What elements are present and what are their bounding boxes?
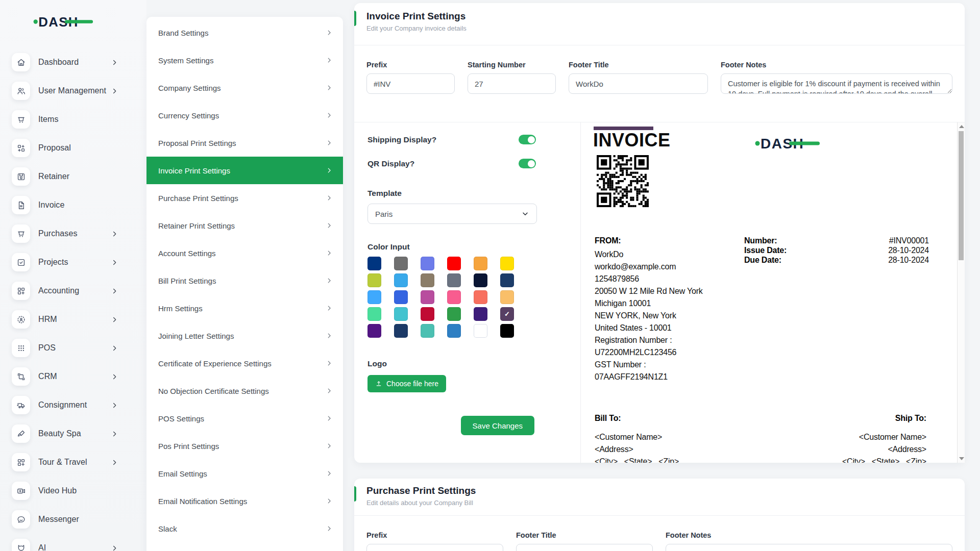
settings-menu-item-company-settings[interactable]: Company Settings (146, 74, 343, 102)
sidebar-item-beauty-spa[interactable]: Beauty Spa (0, 419, 146, 448)
settings-menu-item-retainer-print-settings[interactable]: Retainer Print Settings (146, 212, 343, 239)
footer-title-label: Footer Title (569, 61, 708, 69)
color-swatch[interactable] (447, 307, 461, 321)
color-swatch[interactable] (394, 324, 408, 338)
sidebar-item-invoice[interactable]: Invoice (0, 191, 146, 219)
settings-menu-item-email-notification-settings[interactable]: Email Notification Settings (146, 487, 343, 515)
color-swatch[interactable] (421, 307, 434, 321)
settings-menu-item-joining-letter-settings[interactable]: Joining Letter Settings (146, 322, 343, 349)
settings-menu-item-certificate-of-experience-settings[interactable]: Certificate of Experience Settings (146, 349, 343, 377)
page-subtitle: Edit your Company invoice details (366, 24, 952, 32)
preview-scrollbar[interactable] (957, 122, 965, 463)
chevron-right-icon (326, 387, 333, 394)
color-swatch[interactable] (421, 273, 434, 287)
color-swatch[interactable] (474, 307, 487, 321)
color-swatch[interactable] (368, 290, 381, 304)
settings-menu-item-slack[interactable]: Slack (146, 515, 343, 542)
prefix-input[interactable] (366, 544, 503, 551)
sidebar-item-proposal[interactable]: Proposal (0, 134, 146, 162)
color-swatch-selected[interactable]: ✓ (500, 307, 514, 321)
color-swatch[interactable] (421, 257, 434, 270)
settings-menu-item-pos-print-settings[interactable]: Pos Print Settings (146, 432, 343, 460)
chevron-right-icon (111, 287, 118, 295)
settings-menu-item-currency-settings[interactable]: Currency Settings (146, 102, 343, 129)
color-swatch[interactable] (394, 257, 408, 270)
color-swatch[interactable] (447, 290, 461, 304)
sidebar-item-label: Messenger (38, 515, 79, 524)
color-swatch[interactable] (500, 273, 514, 287)
footer-title-input[interactable] (569, 73, 708, 94)
color-swatch[interactable] (368, 324, 381, 338)
footer-notes-input[interactable] (666, 544, 952, 551)
color-swatch[interactable] (447, 257, 461, 270)
scroll-down-arrow-icon[interactable] (959, 457, 964, 460)
chevron-right-icon (326, 194, 333, 202)
settings-menu-item-hrm-settings[interactable]: Hrm Settings (146, 294, 343, 322)
chevron-right-icon (326, 470, 333, 477)
shipping-display-toggle[interactable] (519, 135, 536, 144)
sidebar-item-tour-travel[interactable]: Tour & Travel (0, 448, 146, 477)
footer-title-input[interactable] (516, 544, 653, 551)
color-swatch[interactable] (394, 307, 408, 321)
color-swatch[interactable] (394, 273, 408, 287)
color-swatch[interactable] (500, 290, 514, 304)
sidebar-item-dashboard[interactable]: Dashboard (0, 48, 146, 77)
color-swatch[interactable] (368, 273, 381, 287)
sidebar-item-consignment[interactable]: Consignment (0, 391, 146, 419)
color-swatch[interactable] (474, 273, 487, 287)
settings-menu-item-brand-settings[interactable]: Brand Settings (146, 19, 343, 46)
color-swatch[interactable] (447, 324, 461, 338)
settings-menu-item-email-settings[interactable]: Email Settings (146, 460, 343, 487)
template-select[interactable]: Paris (368, 204, 537, 224)
sidebar-item-pos[interactable]: POS (0, 334, 146, 362)
chevron-right-icon (111, 230, 118, 238)
sidebar-item-projects[interactable]: Projects (0, 248, 146, 277)
meta-value: 28-10-2024 (888, 245, 929, 255)
color-swatch[interactable] (447, 273, 461, 287)
color-swatch[interactable] (421, 324, 434, 338)
sidebar-item-retainer[interactable]: Retainer (0, 162, 146, 191)
qr-display-toggle[interactable] (519, 159, 536, 168)
settings-menu-item-account-settings[interactable]: Account Settings (146, 239, 343, 267)
settings-menu-item-invoice-print-settings[interactable]: Invoice Print Settings (146, 157, 343, 184)
color-swatch[interactable] (474, 257, 487, 270)
color-swatch[interactable] (421, 290, 434, 304)
icon-card (12, 139, 30, 157)
save-changes-button[interactable]: Save Changes (461, 416, 534, 435)
settings-menu-item-purchase-print-settings[interactable]: Purchase Print Settings (146, 184, 343, 212)
sidebar-item-video-hub[interactable]: Video Hub (0, 477, 146, 505)
icon-card (12, 482, 30, 500)
sidebar-item-ai[interactable]: AI (0, 534, 146, 551)
settings-menu-item-no-objection-certificate-settings[interactable]: No Objection Certificate Settings (146, 377, 343, 405)
starting-number-input[interactable] (468, 73, 556, 94)
color-swatch[interactable] (368, 307, 381, 321)
scrollbar-thumb[interactable] (959, 131, 964, 260)
footer-notes-textarea[interactable]: Customer is eligible for 1% discount if … (721, 73, 952, 94)
sidebar-item-messenger[interactable]: Messenger (0, 505, 146, 534)
home-icon (16, 58, 26, 67)
sidebar-item-purchases[interactable]: Purchases (0, 219, 146, 248)
settings-menu-item-proposal-print-settings[interactable]: Proposal Print Settings (146, 129, 343, 157)
qr-code (597, 155, 649, 207)
ship-to-label: Ship To: (842, 412, 926, 424)
scroll-up-arrow-icon[interactable] (959, 125, 964, 128)
color-swatch[interactable] (500, 324, 514, 338)
sidebar-item-label: Projects (38, 258, 68, 267)
sidebar-item-crm[interactable]: CRM (0, 362, 146, 391)
settings-menu-item-system-settings[interactable]: System Settings (146, 46, 343, 74)
color-swatch[interactable] (474, 290, 487, 304)
prefix-input[interactable] (366, 73, 455, 94)
color-swatch[interactable] (500, 257, 514, 270)
settings-item-label: Account Settings (158, 249, 216, 258)
choose-file-button[interactable]: Choose file here (368, 375, 446, 392)
settings-menu-item-bill-print-settings[interactable]: Bill Print Settings (146, 267, 343, 294)
settings-menu-item-pos-settings[interactable]: POS Settings (146, 405, 343, 432)
color-swatch[interactable] (394, 290, 408, 304)
color-swatch[interactable] (368, 257, 381, 270)
color-swatch[interactable] (474, 324, 487, 338)
sidebar-item-user-management[interactable]: User Management (0, 77, 146, 105)
sidebar-item-items[interactable]: Items (0, 105, 146, 134)
sidebar-item-accounting[interactable]: Accounting (0, 277, 146, 305)
sidebar-item-hrm[interactable]: HRM (0, 305, 146, 334)
dash-logo[interactable] (33, 13, 146, 30)
